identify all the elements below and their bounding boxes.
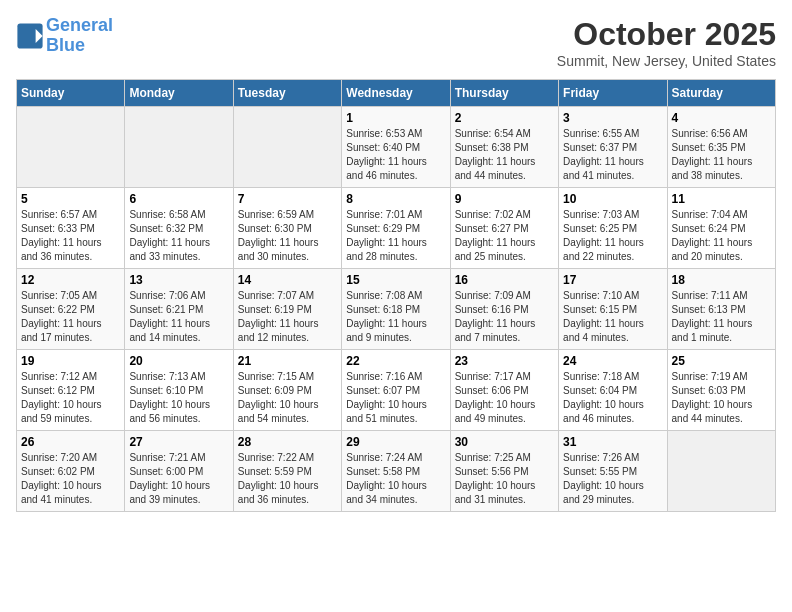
calendar-cell: 11 Sunrise: 7:04 AMSunset: 6:24 PMDaylig… bbox=[667, 188, 775, 269]
day-info: Sunrise: 7:08 AMSunset: 6:18 PMDaylight:… bbox=[346, 289, 445, 345]
logo-text: General Blue bbox=[46, 16, 113, 56]
calendar-week-row: 19 Sunrise: 7:12 AMSunset: 6:12 PMDaylig… bbox=[17, 350, 776, 431]
calendar-cell bbox=[233, 107, 341, 188]
day-number: 30 bbox=[455, 435, 554, 449]
month-title: October 2025 bbox=[557, 16, 776, 53]
day-number: 14 bbox=[238, 273, 337, 287]
day-info: Sunrise: 6:58 AMSunset: 6:32 PMDaylight:… bbox=[129, 208, 228, 264]
calendar-cell: 13 Sunrise: 7:06 AMSunset: 6:21 PMDaylig… bbox=[125, 269, 233, 350]
calendar-cell: 10 Sunrise: 7:03 AMSunset: 6:25 PMDaylig… bbox=[559, 188, 667, 269]
location-title: Summit, New Jersey, United States bbox=[557, 53, 776, 69]
day-number: 31 bbox=[563, 435, 662, 449]
calendar-cell: 17 Sunrise: 7:10 AMSunset: 6:15 PMDaylig… bbox=[559, 269, 667, 350]
day-info: Sunrise: 7:03 AMSunset: 6:25 PMDaylight:… bbox=[563, 208, 662, 264]
day-info: Sunrise: 7:07 AMSunset: 6:19 PMDaylight:… bbox=[238, 289, 337, 345]
calendar-cell: 7 Sunrise: 6:59 AMSunset: 6:30 PMDayligh… bbox=[233, 188, 341, 269]
day-info: Sunrise: 7:04 AMSunset: 6:24 PMDaylight:… bbox=[672, 208, 771, 264]
day-info: Sunrise: 7:09 AMSunset: 6:16 PMDaylight:… bbox=[455, 289, 554, 345]
day-number: 19 bbox=[21, 354, 120, 368]
day-number: 1 bbox=[346, 111, 445, 125]
calendar-cell: 20 Sunrise: 7:13 AMSunset: 6:10 PMDaylig… bbox=[125, 350, 233, 431]
day-number: 23 bbox=[455, 354, 554, 368]
day-info: Sunrise: 7:25 AMSunset: 5:56 PMDaylight:… bbox=[455, 451, 554, 507]
day-info: Sunrise: 7:10 AMSunset: 6:15 PMDaylight:… bbox=[563, 289, 662, 345]
day-info: Sunrise: 6:53 AMSunset: 6:40 PMDaylight:… bbox=[346, 127, 445, 183]
day-info: Sunrise: 6:57 AMSunset: 6:33 PMDaylight:… bbox=[21, 208, 120, 264]
day-info: Sunrise: 7:17 AMSunset: 6:06 PMDaylight:… bbox=[455, 370, 554, 426]
day-number: 13 bbox=[129, 273, 228, 287]
day-number: 9 bbox=[455, 192, 554, 206]
calendar-cell: 28 Sunrise: 7:22 AMSunset: 5:59 PMDaylig… bbox=[233, 431, 341, 512]
day-info: Sunrise: 7:16 AMSunset: 6:07 PMDaylight:… bbox=[346, 370, 445, 426]
day-info: Sunrise: 6:56 AMSunset: 6:35 PMDaylight:… bbox=[672, 127, 771, 183]
day-number: 18 bbox=[672, 273, 771, 287]
calendar-cell: 2 Sunrise: 6:54 AMSunset: 6:38 PMDayligh… bbox=[450, 107, 558, 188]
day-info: Sunrise: 7:20 AMSunset: 6:02 PMDaylight:… bbox=[21, 451, 120, 507]
calendar-cell bbox=[17, 107, 125, 188]
weekday-header-thursday: Thursday bbox=[450, 80, 558, 107]
calendar-cell: 31 Sunrise: 7:26 AMSunset: 5:55 PMDaylig… bbox=[559, 431, 667, 512]
day-info: Sunrise: 7:22 AMSunset: 5:59 PMDaylight:… bbox=[238, 451, 337, 507]
weekday-header-wednesday: Wednesday bbox=[342, 80, 450, 107]
calendar-cell bbox=[667, 431, 775, 512]
day-info: Sunrise: 7:19 AMSunset: 6:03 PMDaylight:… bbox=[672, 370, 771, 426]
calendar-week-row: 1 Sunrise: 6:53 AMSunset: 6:40 PMDayligh… bbox=[17, 107, 776, 188]
calendar-cell: 15 Sunrise: 7:08 AMSunset: 6:18 PMDaylig… bbox=[342, 269, 450, 350]
calendar-cell: 22 Sunrise: 7:16 AMSunset: 6:07 PMDaylig… bbox=[342, 350, 450, 431]
calendar-cell: 8 Sunrise: 7:01 AMSunset: 6:29 PMDayligh… bbox=[342, 188, 450, 269]
day-number: 22 bbox=[346, 354, 445, 368]
day-number: 21 bbox=[238, 354, 337, 368]
day-number: 8 bbox=[346, 192, 445, 206]
calendar-week-row: 5 Sunrise: 6:57 AMSunset: 6:33 PMDayligh… bbox=[17, 188, 776, 269]
calendar-cell: 21 Sunrise: 7:15 AMSunset: 6:09 PMDaylig… bbox=[233, 350, 341, 431]
day-number: 26 bbox=[21, 435, 120, 449]
day-info: Sunrise: 7:02 AMSunset: 6:27 PMDaylight:… bbox=[455, 208, 554, 264]
calendar-cell: 5 Sunrise: 6:57 AMSunset: 6:33 PMDayligh… bbox=[17, 188, 125, 269]
day-number: 16 bbox=[455, 273, 554, 287]
calendar-cell: 18 Sunrise: 7:11 AMSunset: 6:13 PMDaylig… bbox=[667, 269, 775, 350]
day-info: Sunrise: 7:21 AMSunset: 6:00 PMDaylight:… bbox=[129, 451, 228, 507]
logo: General Blue bbox=[16, 16, 113, 56]
page-header: General Blue October 2025 Summit, New Je… bbox=[16, 16, 776, 69]
day-number: 10 bbox=[563, 192, 662, 206]
day-info: Sunrise: 7:05 AMSunset: 6:22 PMDaylight:… bbox=[21, 289, 120, 345]
calendar-cell: 29 Sunrise: 7:24 AMSunset: 5:58 PMDaylig… bbox=[342, 431, 450, 512]
calendar-week-row: 12 Sunrise: 7:05 AMSunset: 6:22 PMDaylig… bbox=[17, 269, 776, 350]
logo-line1: General bbox=[46, 15, 113, 35]
day-info: Sunrise: 7:13 AMSunset: 6:10 PMDaylight:… bbox=[129, 370, 228, 426]
calendar-cell bbox=[125, 107, 233, 188]
day-number: 27 bbox=[129, 435, 228, 449]
day-number: 20 bbox=[129, 354, 228, 368]
day-number: 15 bbox=[346, 273, 445, 287]
calendar-cell: 6 Sunrise: 6:58 AMSunset: 6:32 PMDayligh… bbox=[125, 188, 233, 269]
calendar-table: SundayMondayTuesdayWednesdayThursdayFrid… bbox=[16, 79, 776, 512]
calendar-cell: 12 Sunrise: 7:05 AMSunset: 6:22 PMDaylig… bbox=[17, 269, 125, 350]
day-info: Sunrise: 7:06 AMSunset: 6:21 PMDaylight:… bbox=[129, 289, 228, 345]
calendar-cell: 16 Sunrise: 7:09 AMSunset: 6:16 PMDaylig… bbox=[450, 269, 558, 350]
calendar-cell: 27 Sunrise: 7:21 AMSunset: 6:00 PMDaylig… bbox=[125, 431, 233, 512]
day-number: 28 bbox=[238, 435, 337, 449]
day-info: Sunrise: 7:15 AMSunset: 6:09 PMDaylight:… bbox=[238, 370, 337, 426]
day-number: 29 bbox=[346, 435, 445, 449]
day-number: 17 bbox=[563, 273, 662, 287]
calendar-cell: 3 Sunrise: 6:55 AMSunset: 6:37 PMDayligh… bbox=[559, 107, 667, 188]
day-number: 3 bbox=[563, 111, 662, 125]
day-number: 5 bbox=[21, 192, 120, 206]
weekday-header-sunday: Sunday bbox=[17, 80, 125, 107]
logo-line2: Blue bbox=[46, 36, 113, 56]
day-info: Sunrise: 6:59 AMSunset: 6:30 PMDaylight:… bbox=[238, 208, 337, 264]
day-info: Sunrise: 6:55 AMSunset: 6:37 PMDaylight:… bbox=[563, 127, 662, 183]
day-info: Sunrise: 7:24 AMSunset: 5:58 PMDaylight:… bbox=[346, 451, 445, 507]
day-info: Sunrise: 7:26 AMSunset: 5:55 PMDaylight:… bbox=[563, 451, 662, 507]
calendar-cell: 14 Sunrise: 7:07 AMSunset: 6:19 PMDaylig… bbox=[233, 269, 341, 350]
day-number: 11 bbox=[672, 192, 771, 206]
weekday-header-saturday: Saturday bbox=[667, 80, 775, 107]
day-info: Sunrise: 7:12 AMSunset: 6:12 PMDaylight:… bbox=[21, 370, 120, 426]
calendar-cell: 30 Sunrise: 7:25 AMSunset: 5:56 PMDaylig… bbox=[450, 431, 558, 512]
calendar-cell: 19 Sunrise: 7:12 AMSunset: 6:12 PMDaylig… bbox=[17, 350, 125, 431]
title-block: October 2025 Summit, New Jersey, United … bbox=[557, 16, 776, 69]
calendar-cell: 9 Sunrise: 7:02 AMSunset: 6:27 PMDayligh… bbox=[450, 188, 558, 269]
weekday-header-row: SundayMondayTuesdayWednesdayThursdayFrid… bbox=[17, 80, 776, 107]
day-number: 7 bbox=[238, 192, 337, 206]
day-number: 2 bbox=[455, 111, 554, 125]
